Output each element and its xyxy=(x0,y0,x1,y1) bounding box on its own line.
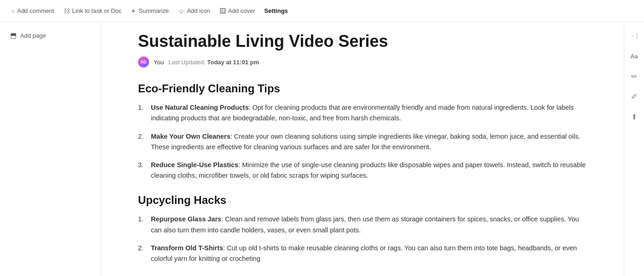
document-title: Sustainable Living Video Series xyxy=(138,31,587,51)
add-comment-button[interactable]: ○ Add comment xyxy=(7,5,58,17)
avatar: SD xyxy=(138,56,149,68)
link-icon: ⛓ xyxy=(63,7,70,15)
toolbar: ○ Add comment ⛓ Link to task or Doc ✦ Su… xyxy=(0,0,644,22)
right-sidebar: ←| Aa ✏ ✐ ⬆ xyxy=(624,22,644,276)
link-button[interactable]: ⛓ Link to task or Doc xyxy=(60,5,126,17)
add-page-button[interactable]: ⬒ Add page xyxy=(7,29,49,41)
eco-tips-list: 1. Use Natural Cleaning Products: Opt fo… xyxy=(138,102,587,181)
document-meta: SD You Last Updated: Today at 11:01 pm xyxy=(138,56,587,68)
section-heading-1: Eco-Friendly Cleaning Tips xyxy=(138,82,587,95)
settings-button[interactable]: Settings xyxy=(261,5,292,17)
left-sidebar: ⬒ Add page xyxy=(0,22,101,276)
main-layout: ⬒ Add page Sustainable Living Video Seri… xyxy=(0,22,644,276)
add-cover-button[interactable]: 🖼 Add cover xyxy=(216,5,259,17)
emoji-icon: ☺ xyxy=(178,7,184,15)
sparkle-icon: ✦ xyxy=(131,7,136,15)
list-item: 2. Transform Old T-Shirts: Cut up old t-… xyxy=(138,243,587,264)
collapse-button[interactable]: ←| xyxy=(628,29,641,42)
upcycling-list: 1. Repurpose Glass Jars: Clean and remov… xyxy=(138,214,587,264)
list-item: 3. Reduce Single-Use Plastics: Minimize … xyxy=(138,160,587,181)
pencil2-icon: ✐ xyxy=(631,92,637,101)
summarize-button[interactable]: ✦ Summarize xyxy=(127,5,172,17)
image-icon: 🖼 xyxy=(219,7,226,15)
edit-button[interactable]: ✏ xyxy=(628,70,641,83)
export-button[interactable]: ⬆ xyxy=(628,110,641,123)
add-icon-button[interactable]: ☺ Add icon xyxy=(174,5,214,17)
comment-icon: ○ xyxy=(11,7,15,15)
list-item: 1. Use Natural Cleaning Products: Opt fo… xyxy=(138,102,587,124)
add-page-icon: ⬒ xyxy=(10,31,17,39)
list-item: 1. Repurpose Glass Jars: Clean and remov… xyxy=(138,214,587,235)
author-name: You xyxy=(154,59,164,66)
last-updated: Last Updated: Today at 11:01 pm xyxy=(168,59,259,66)
font-settings-button[interactable]: Aa xyxy=(628,50,641,62)
section-heading-2: Upcycling Hacks xyxy=(138,194,587,207)
pencil-icon: ✏ xyxy=(631,72,637,81)
list-item: 2. Make Your Own Cleaners: Create your o… xyxy=(138,131,587,152)
export-icon: ⬆ xyxy=(631,113,637,121)
content-area: Sustainable Living Video Series SD You L… xyxy=(101,22,624,276)
edit2-button[interactable]: ✐ xyxy=(628,90,641,103)
